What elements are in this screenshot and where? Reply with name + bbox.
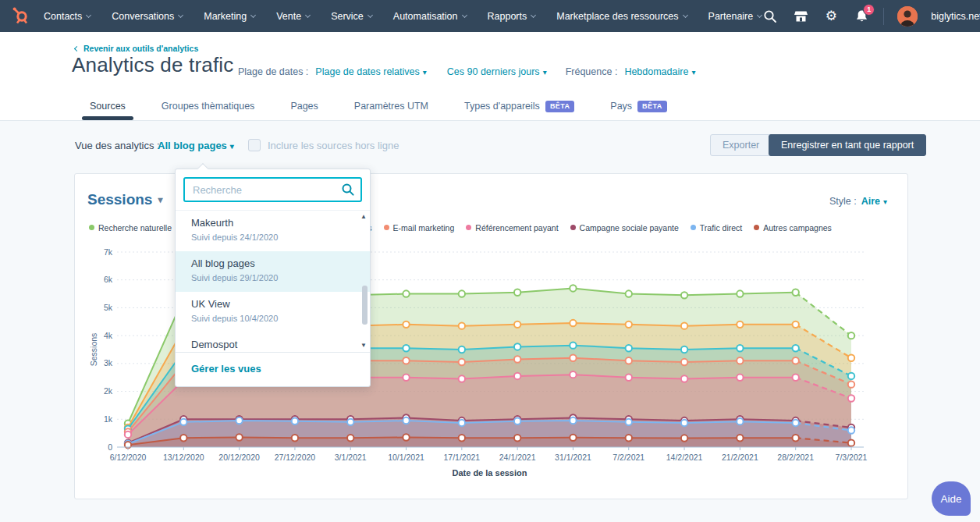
legend-dot: [691, 225, 696, 230]
legend-dot: [89, 225, 94, 230]
nav-item-label: Rapports: [488, 11, 527, 22]
x-tick-label: 27/12/2020: [275, 453, 316, 462]
date-range-value-dropdown[interactable]: Ces 90 derniers jours▾: [447, 66, 547, 77]
legend-item[interactable]: Autres campagnes: [754, 223, 832, 233]
notifications-bell-icon[interactable]: 1: [853, 8, 870, 25]
settings-gear-icon[interactable]: ⚙: [822, 8, 840, 25]
page-title: Analytics de trafic: [72, 53, 234, 77]
search-icon[interactable]: [341, 183, 355, 200]
search-icon[interactable]: [762, 8, 779, 25]
metric-dropdown[interactable]: Sessions▾: [87, 191, 162, 208]
legend-label: Autres campagnes: [763, 223, 832, 233]
notification-badge: 1: [863, 4, 875, 16]
x-tick-label: 7/3/2021: [836, 453, 868, 462]
marketplace-store-icon[interactable]: [792, 8, 809, 25]
nav-item-partenaire[interactable]: Partenaire: [708, 11, 762, 22]
x-tick-label: 14/2/2021: [666, 453, 703, 462]
offline-sources-checkbox[interactable]: [248, 139, 261, 151]
x-axis-title: Date de la session: [453, 468, 527, 478]
manage-views-link[interactable]: Gérer les vues: [176, 352, 370, 386]
x-tick-label: 31/1/2021: [555, 453, 591, 462]
view-option-uk-view[interactable]: UK View Suivi depuis 10/4/2020: [176, 292, 370, 332]
frequency-dropdown[interactable]: Hebdomadaire▾: [624, 66, 695, 77]
scrollbar-thumb[interactable]: [362, 286, 368, 325]
chart-style-dropdown[interactable]: Style : Aire ▾: [829, 196, 887, 207]
x-tick-label: 28/2/2021: [777, 453, 814, 462]
scroll-down-arrow-icon[interactable]: ▼: [360, 343, 367, 349]
nav-item-conversations[interactable]: Conversations: [112, 11, 183, 22]
account-name: biglytics.net: [931, 11, 980, 22]
legend-item[interactable]: Trafic direct: [691, 223, 742, 233]
legend-item[interactable]: Référencement payant: [466, 223, 558, 233]
chevron-left-icon: [74, 45, 80, 51]
legend-item[interactable]: Campagne sociale payante: [570, 223, 679, 233]
main-nav: Contacts Conversations Marketing Vente S…: [44, 11, 762, 22]
caret-down-icon: ▾: [423, 68, 427, 76]
account-menu[interactable]: biglytics.net: [931, 11, 980, 22]
view-options-list: Makeurth Suivi depuis 24/1/2020 All blog…: [176, 210, 370, 352]
offline-sources-label: Inclure les sources hors ligne: [268, 140, 399, 151]
help-button[interactable]: Aide: [932, 481, 971, 516]
avatar[interactable]: [897, 6, 918, 27]
hubspot-logo-icon[interactable]: [11, 6, 30, 27]
y-tick-label: 0: [108, 442, 112, 452]
tab-sources[interactable]: Sources: [90, 98, 126, 115]
nav-item-label: Vente: [276, 11, 301, 22]
chevron-down-icon: [461, 12, 467, 17]
nav-item-label: Conversations: [112, 11, 174, 22]
y-tick-label: 5k: [104, 303, 113, 312]
chevron-down-icon: [368, 12, 373, 17]
nav-item-label: Contacts: [44, 11, 82, 22]
chevron-down-icon: [250, 12, 256, 17]
y-tick-label: 7k: [104, 247, 113, 257]
legend-dot: [466, 225, 471, 230]
caret-down-icon: ▾: [230, 142, 234, 151]
legend-item[interactable]: E-mail marketing: [384, 223, 455, 233]
nav-item-marketing[interactable]: Marketing: [204, 11, 255, 22]
nav-item-vente[interactable]: Vente: [276, 11, 310, 22]
x-tick-label: 20/12/2020: [218, 453, 260, 462]
nav-item-automatisation[interactable]: Automatisation: [393, 11, 467, 22]
legend-label: Campagne sociale payante: [580, 223, 679, 233]
nav-utilities: ⚙ 1 biglytics.net: [762, 6, 980, 27]
x-tick-label: 13/12/2020: [163, 453, 204, 462]
nav-item-contacts[interactable]: Contacts: [44, 11, 91, 22]
back-link[interactable]: Revenir aux outils d'analytics: [75, 44, 198, 53]
y-tick-label: 4k: [104, 331, 113, 340]
caret-down-icon: ▾: [158, 194, 162, 205]
y-tick-label: 3k: [104, 358, 113, 368]
view-option-demospot[interactable]: Demospot: [176, 332, 370, 352]
tab-types-appareils[interactable]: Types d'appareilsBÊTA: [464, 98, 574, 115]
nav-divider: [883, 8, 884, 25]
nav-item-marketplace[interactable]: Marketplace des ressources: [556, 11, 687, 22]
view-search-input[interactable]: [183, 177, 362, 202]
analytics-view-panel: Makeurth Suivi depuis 24/1/2020 All blog…: [175, 169, 371, 387]
analytics-view-dropdown[interactable]: All blog pages▾: [158, 140, 234, 151]
tab-groupes-thematiques[interactable]: Groupes thèmatiques: [162, 98, 255, 115]
tab-pays[interactable]: PaysBÊTA: [610, 98, 666, 115]
legend-dot: [384, 225, 389, 230]
beta-badge: BÊTA: [545, 101, 574, 112]
panel-caret: [197, 163, 208, 174]
legend-label: E-mail marketing: [393, 223, 455, 233]
x-tick-label: 21/2/2021: [722, 453, 758, 462]
x-tick-label: 17/1/2021: [443, 453, 480, 462]
x-tick-label: 7/2/2021: [612, 453, 644, 462]
legend-dot: [754, 225, 759, 230]
scroll-up-arrow-icon[interactable]: ▲: [360, 214, 367, 220]
tab-parametres-utm[interactable]: Paramètres UTM: [354, 98, 428, 115]
caret-down-icon: ▾: [543, 68, 547, 76]
date-range-type-dropdown[interactable]: Plage de dates relatives▾: [315, 66, 426, 77]
view-option-makeurth[interactable]: Makeurth Suivi depuis 24/1/2020: [176, 211, 370, 251]
chevron-down-icon: [305, 12, 311, 17]
save-report-button[interactable]: Enregistrer en tant que rapport: [769, 134, 926, 156]
legend-item[interactable]: Recherche naturelle: [89, 223, 172, 233]
chevron-down-icon: [531, 12, 536, 17]
nav-item-service[interactable]: Service: [331, 11, 372, 22]
view-option-all-blog-pages[interactable]: All blog pages Suivi depuis 29/1/2020: [176, 251, 370, 292]
offline-sources-control: Inclure les sources hors ligne: [248, 139, 399, 151]
nav-item-rapports[interactable]: Rapports: [488, 11, 536, 22]
y-tick-label: 2k: [104, 386, 113, 396]
export-button[interactable]: Exporter: [710, 134, 772, 156]
tab-pages[interactable]: Pages: [290, 98, 318, 115]
